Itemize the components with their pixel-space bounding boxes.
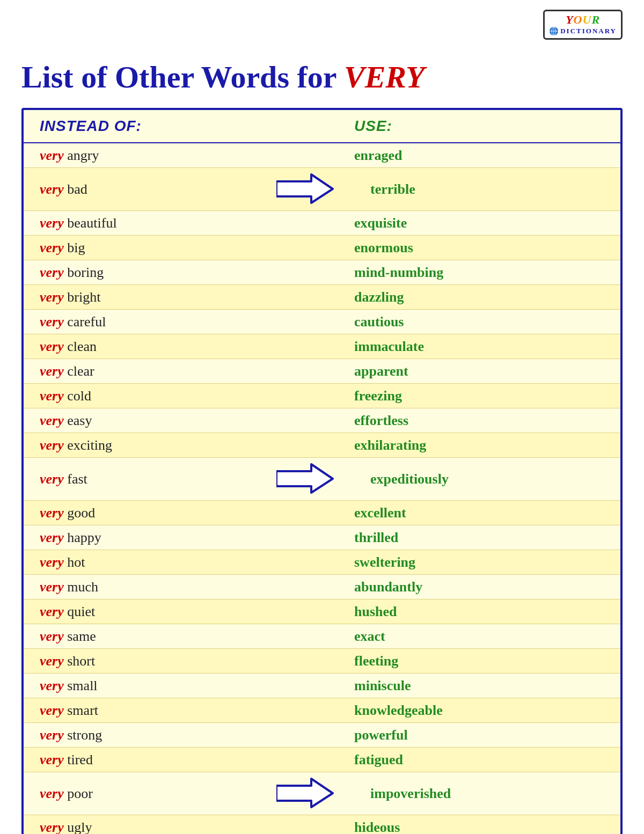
table-row: very shortfleeting <box>24 649 620 674</box>
logo-dictionary-text: DICTIONARY <box>560 27 617 35</box>
left-phrase: very poor <box>40 786 274 802</box>
very-word: very <box>40 240 64 255</box>
table-row: very cleanimmaculate <box>24 334 620 359</box>
very-word: very <box>40 604 64 619</box>
right-phrase: apparent <box>322 363 604 379</box>
right-phrase: fatigued <box>322 752 604 768</box>
right-phrase: dazzling <box>322 289 604 305</box>
table-row: very sameexact <box>24 624 620 649</box>
arrow-svg <box>276 462 335 496</box>
very-word: very <box>40 820 64 835</box>
arrow-svg <box>276 776 335 811</box>
left-phrase: very same <box>40 628 322 645</box>
table-row: very bad terrible <box>24 168 620 211</box>
left-phrase: very happy <box>40 530 322 546</box>
right-phrase: powerful <box>322 727 604 743</box>
very-word: very <box>40 505 64 521</box>
svg-marker-6 <box>276 779 333 807</box>
left-phrase: very small <box>40 678 322 694</box>
right-phrase: exquisite <box>322 215 604 231</box>
very-word: very <box>40 363 64 379</box>
table-row: very bigenormous <box>24 236 620 260</box>
left-phrase: very cold <box>40 388 322 404</box>
very-word: very <box>40 727 64 743</box>
right-phrase: impoverished <box>338 786 604 802</box>
very-word: very <box>40 678 64 693</box>
left-phrase: very smart <box>40 703 322 719</box>
very-word: very <box>40 413 64 428</box>
logo-your: YOUR <box>566 13 600 26</box>
title-prefix: List of Other Words for <box>21 60 344 94</box>
left-phrase: very clear <box>40 363 322 379</box>
very-word: very <box>40 579 64 595</box>
left-phrase: very tired <box>40 752 322 768</box>
left-phrase: very easy <box>40 413 322 429</box>
table-row: very tiredfatigued <box>24 748 620 772</box>
very-word: very <box>40 653 64 669</box>
right-phrase: exhilarating <box>322 437 604 453</box>
right-phrase: freezing <box>322 388 604 404</box>
table-row: very smartknowledgeable <box>24 698 620 723</box>
table-row: very carefulcautious <box>24 310 620 334</box>
left-phrase: very bright <box>40 289 322 305</box>
table-row: very uglyhideous <box>24 815 620 834</box>
right-phrase: mind-numbing <box>322 265 604 281</box>
very-word: very <box>40 554 64 570</box>
right-phrase: miniscule <box>322 678 604 694</box>
right-phrase: abundantly <box>322 579 604 595</box>
left-phrase: very fast <box>40 471 274 487</box>
table-row: very boringmind-numbing <box>24 260 620 285</box>
right-phrase: thrilled <box>322 530 604 546</box>
right-phrase: sweltering <box>322 554 604 570</box>
arrow-icon <box>274 462 338 496</box>
right-phrase: fleeting <box>322 653 604 669</box>
right-phrase: knowledgeable <box>322 703 604 719</box>
arrow-icon <box>274 776 338 811</box>
left-phrase: very big <box>40 240 322 256</box>
table-row: very goodexcellent <box>24 501 620 525</box>
table-row: very fast expeditiously <box>24 458 620 501</box>
left-phrase: very hot <box>40 554 322 570</box>
very-word: very <box>40 786 64 801</box>
page: YOUR DICTIONARY List of Other Words for … <box>0 0 644 834</box>
table-row: very clearapparent <box>24 359 620 384</box>
right-phrase: hushed <box>322 604 604 620</box>
svg-marker-4 <box>276 174 333 203</box>
table-row: very coldfreezing <box>24 384 620 408</box>
table-row: very beautifulexquisite <box>24 211 620 236</box>
right-phrase: enraged <box>322 148 604 164</box>
svg-marker-5 <box>276 464 333 493</box>
left-phrase: very quiet <box>40 604 322 620</box>
right-phrase: cautious <box>322 314 604 330</box>
word-table: INSTEAD OF: USE: very angryenragedvery b… <box>21 108 623 834</box>
right-phrase: immaculate <box>322 339 604 355</box>
right-phrase: exact <box>322 628 604 645</box>
left-phrase: very strong <box>40 727 322 743</box>
left-phrase: very bad <box>40 181 274 197</box>
very-word: very <box>40 530 64 545</box>
left-phrase: very boring <box>40 265 322 281</box>
table-row: very brightdazzling <box>24 285 620 310</box>
table-row: very easyeffortless <box>24 408 620 433</box>
very-word: very <box>40 148 64 163</box>
very-word: very <box>40 437 64 453</box>
logo-box: YOUR DICTIONARY <box>543 10 623 40</box>
very-word: very <box>40 703 64 718</box>
very-word: very <box>40 628 64 644</box>
very-word: very <box>40 181 64 197</box>
left-phrase: very exciting <box>40 437 322 453</box>
table-row: very angryenraged <box>24 143 620 168</box>
very-word: very <box>40 339 64 354</box>
very-word: very <box>40 314 64 330</box>
left-phrase: very short <box>40 653 322 669</box>
very-word: very <box>40 265 64 280</box>
table-row: very quiethushed <box>24 599 620 624</box>
header-use: USE: <box>322 118 604 135</box>
arrow-icon <box>274 172 338 207</box>
right-phrase: enormous <box>322 240 604 256</box>
right-phrase: expeditiously <box>338 471 604 487</box>
title-highlight: VERY <box>344 60 425 94</box>
right-phrase: effortless <box>322 413 604 429</box>
right-phrase: hideous <box>322 820 604 835</box>
left-phrase: very careful <box>40 314 322 330</box>
